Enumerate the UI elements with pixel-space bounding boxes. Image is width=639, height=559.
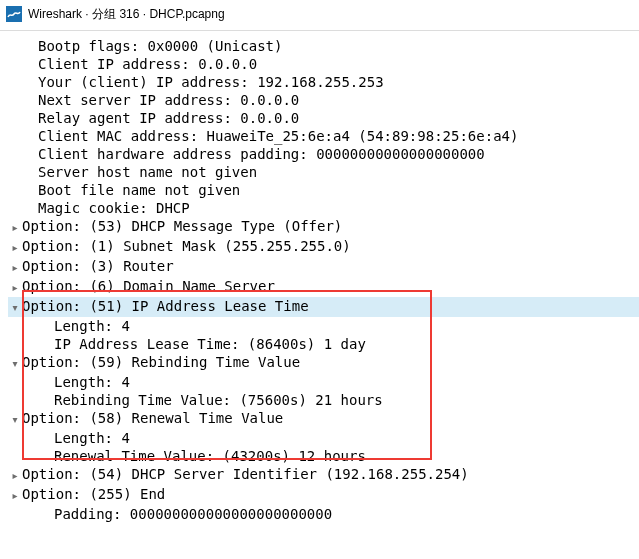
tree-row[interactable]: ▸Option: (3) Router (8, 257, 639, 277)
tree-row[interactable]: ▾Option: (51) IP Address Lease Time (8, 297, 639, 317)
tree-row-label: Magic cookie: DHCP (38, 199, 639, 217)
tree-row-label: Rebinding Time Value: (75600s) 21 hours (54, 391, 639, 409)
tree-row[interactable]: ▾Option: (59) Rebinding Time Value (8, 353, 639, 373)
tree-row-label: Option: (54) DHCP Server Identifier (192… (22, 465, 639, 483)
tree-row-label: Length: 4 (54, 429, 639, 447)
tree-row-label: Length: 4 (54, 373, 639, 391)
tree-row-label: Option: (255) End (22, 485, 639, 503)
tree-row-label: Option: (1) Subnet Mask (255.255.255.0) (22, 237, 639, 255)
tree-twisty-open-icon[interactable]: ▾ (8, 299, 22, 317)
title-packet: 分组 316 (92, 6, 139, 23)
tree-row[interactable]: ▸Option: (255) End (8, 485, 639, 505)
tree-row[interactable]: Renewal Time Value: (43200s) 12 hours (8, 447, 639, 465)
tree-row[interactable]: ▸Option: (54) DHCP Server Identifier (19… (8, 465, 639, 485)
tree-row[interactable]: Magic cookie: DHCP (8, 199, 639, 217)
wireshark-icon (6, 6, 22, 22)
tree-row[interactable]: Length: 4 (8, 317, 639, 335)
tree-twisty-open-icon[interactable]: ▾ (8, 411, 22, 429)
tree-row-label: Renewal Time Value: (43200s) 12 hours (54, 447, 639, 465)
tree-row-label: Option: (59) Rebinding Time Value (22, 353, 639, 371)
tree-row-label: Client IP address: 0.0.0.0 (38, 55, 639, 73)
tree-row-label: IP Address Lease Time: (86400s) 1 day (54, 335, 639, 353)
tree-row[interactable]: Bootp flags: 0x0000 (Unicast) (8, 37, 639, 55)
tree-row[interactable]: Length: 4 (8, 373, 639, 391)
tree-row[interactable]: Length: 4 (8, 429, 639, 447)
tree-row[interactable]: Client IP address: 0.0.0.0 (8, 55, 639, 73)
tree-row-label: Option: (53) DHCP Message Type (Offer) (22, 217, 639, 235)
tree-twisty-closed-icon[interactable]: ▸ (8, 279, 22, 297)
tree-twisty-open-icon[interactable]: ▾ (8, 355, 22, 373)
title-file: DHCP.pcapng (149, 7, 224, 21)
title-separator (0, 30, 639, 31)
tree-row-label: Boot file name not given (38, 181, 639, 199)
tree-row-label: Client hardware address padding: 0000000… (38, 145, 639, 163)
tree-row-label: Client MAC address: HuaweiTe_25:6e:a4 (5… (38, 127, 639, 145)
tree-row[interactable]: IP Address Lease Time: (86400s) 1 day (8, 335, 639, 353)
tree-row[interactable]: Boot file name not given (8, 181, 639, 199)
tree-row[interactable]: Client hardware address padding: 0000000… (8, 145, 639, 163)
tree-row[interactable]: ▸Option: (6) Domain Name Server (8, 277, 639, 297)
title-app: Wireshark (28, 7, 82, 21)
tree-row-label: Length: 4 (54, 317, 639, 335)
tree-row[interactable]: Relay agent IP address: 0.0.0.0 (8, 109, 639, 127)
tree-row-label: Option: (51) IP Address Lease Time (22, 297, 639, 315)
tree-row-label: Server host name not given (38, 163, 639, 181)
tree-row-label: Option: (3) Router (22, 257, 639, 275)
tree-twisty-closed-icon[interactable]: ▸ (8, 467, 22, 485)
tree-row-label: Your (client) IP address: 192.168.255.25… (38, 73, 639, 91)
tree-row[interactable]: Rebinding Time Value: (75600s) 21 hours (8, 391, 639, 409)
tree-row-label: Padding: 000000000000000000000000 (54, 505, 639, 523)
tree-row[interactable]: ▾Option: (58) Renewal Time Value (8, 409, 639, 429)
tree-twisty-closed-icon[interactable]: ▸ (8, 487, 22, 505)
tree-twisty-closed-icon[interactable]: ▸ (8, 259, 22, 277)
tree-row-label: Next server IP address: 0.0.0.0 (38, 91, 639, 109)
tree-row[interactable]: Next server IP address: 0.0.0.0 (8, 91, 639, 109)
tree-row[interactable]: ▸Option: (1) Subnet Mask (255.255.255.0) (8, 237, 639, 257)
tree-row[interactable]: Client MAC address: HuaweiTe_25:6e:a4 (5… (8, 127, 639, 145)
tree-row[interactable]: Your (client) IP address: 192.168.255.25… (8, 73, 639, 91)
window-titlebar[interactable]: Wireshark · 分组 316 · DHCP.pcapng (0, 0, 639, 28)
tree-row-label: Option: (58) Renewal Time Value (22, 409, 639, 427)
packet-details-tree[interactable]: Bootp flags: 0x0000 (Unicast)Client IP a… (0, 37, 639, 533)
tree-row-label: Bootp flags: 0x0000 (Unicast) (38, 37, 639, 55)
tree-row[interactable]: Padding: 000000000000000000000000 (8, 505, 639, 523)
tree-row[interactable]: Server host name not given (8, 163, 639, 181)
tree-twisty-closed-icon[interactable]: ▸ (8, 239, 22, 257)
tree-row-label: Option: (6) Domain Name Server (22, 277, 639, 295)
tree-row[interactable]: ▸Option: (53) DHCP Message Type (Offer) (8, 217, 639, 237)
tree-row-label: Relay agent IP address: 0.0.0.0 (38, 109, 639, 127)
tree-twisty-closed-icon[interactable]: ▸ (8, 219, 22, 237)
